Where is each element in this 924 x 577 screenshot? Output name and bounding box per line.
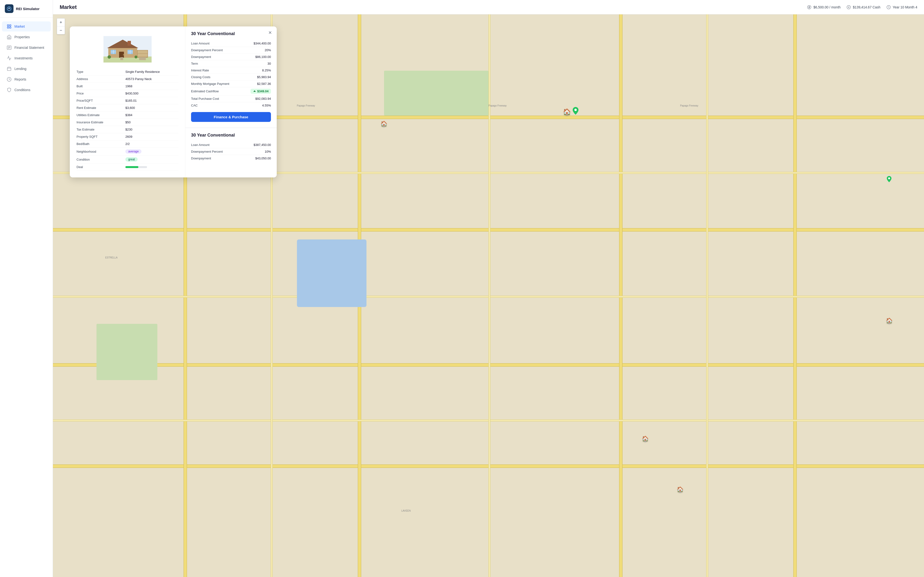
svg-rect-22 [128, 41, 131, 46]
property-sqft-label: Property SQFT [76, 133, 125, 140]
house-marker-4[interactable]: 🏠 [886, 318, 892, 324]
cashflow-up-icon [253, 90, 256, 93]
zoom-in-button[interactable]: + [57, 19, 65, 26]
header: Market $6,500.00 / month $139,414.67 Cas… [53, 0, 924, 15]
house-image-area [76, 32, 178, 68]
neighborhood-label: Neighborhood [76, 148, 125, 156]
loan-amount-label: Loan Amount [191, 42, 210, 45]
sidebar-item-conditions-label: Conditions [15, 88, 30, 92]
address-value: 40573 Pansy Neck [125, 76, 178, 83]
address-label: Address [76, 76, 125, 83]
map-label: Papago Freeway [297, 104, 315, 107]
svg-point-17 [888, 177, 890, 179]
finance-row: Interest Rate 8.25% [191, 67, 271, 74]
finance-row: Total Purchase Cost $92,083.94 [191, 95, 271, 102]
map-controls: + − [57, 18, 65, 34]
close-panel-button[interactable]: ✕ [267, 29, 273, 36]
page-title: Market [60, 4, 802, 10]
finance-row: Term 30 [191, 60, 271, 67]
sidebar-item-financial-statement-label: Financial Statement [15, 46, 44, 50]
table-row: Type Single Family Residence [76, 68, 178, 76]
map-park [384, 71, 488, 116]
finance-purchase-button[interactable]: Finance & Purchase [191, 112, 271, 122]
tax-value: $230 [125, 126, 178, 133]
table-row: Property SQFT 2609 [76, 133, 178, 140]
finance-row-cashflow: Estimated Cashflow $349.04 [191, 87, 271, 95]
map-container[interactable]: Papago Freeway Papago Freeway Papago Fre… [53, 15, 924, 577]
type-label: Type [76, 68, 125, 76]
income-stat: $6,500.00 / month [807, 5, 840, 10]
bed-bath-value: 2/2 [125, 140, 178, 148]
sidebar: REI Simulator Market Properties [0, 0, 53, 577]
map-label: LAVEEN [401, 509, 411, 512]
dp-percent-value: 20% [265, 48, 271, 52]
deal-bar-track [125, 166, 147, 168]
table-row: Deal [76, 163, 178, 171]
sidebar-item-properties-label: Properties [15, 35, 30, 39]
sidebar-item-market[interactable]: Market [2, 21, 51, 32]
table-row: Neighborhood average [76, 148, 178, 156]
term-label: Term [191, 62, 198, 65]
house-marker-1[interactable]: 🏠 [381, 121, 387, 127]
finance-title-2: 30 Year Conventional [191, 133, 271, 138]
utilities-value: $384 [125, 111, 178, 119]
deal-bar-fill [125, 166, 138, 168]
interest-rate-label: Interest Rate [191, 69, 209, 72]
closing-costs-label: Closing Costs [191, 75, 210, 79]
finance-section-1: 30 Year Conventional Loan Amount $344,40… [185, 26, 277, 128]
total-purchase-cost-value: $92,083.94 [255, 97, 271, 100]
tax-label: Tax Estimate [76, 126, 125, 133]
map-road [488, 15, 490, 577]
deal-bar-cell [125, 163, 178, 171]
table-row: Tax Estimate $230 [76, 126, 178, 133]
built-value: 1968 [125, 83, 178, 90]
house-marker-2[interactable]: 🏠 [642, 436, 648, 442]
finance-row: Downpayment $86,100.00 [191, 53, 271, 60]
monthly-mortgage-value: $2,587.36 [257, 82, 271, 85]
table-row: Bed/Bath 2/2 [76, 140, 178, 148]
svg-rect-35 [120, 57, 123, 60]
svg-rect-1 [8, 25, 9, 26]
dp-percent-2-value: 10% [265, 150, 271, 153]
neighborhood-badge: average [125, 149, 142, 154]
house-marker-selected[interactable]: 🏠 [563, 108, 571, 116]
built-label: Built [76, 83, 125, 90]
map-label: ESTRELLA [105, 256, 118, 259]
downpayment-2-label: Downpayment [191, 156, 211, 160]
deal-label: Deal [76, 163, 125, 171]
cash-value: $139,414.67 Cash [853, 5, 880, 9]
dp-percent-2-label: Downpayment Percent [191, 150, 223, 153]
term-value: 30 [268, 62, 271, 65]
sidebar-item-lending[interactable]: Lending [2, 64, 51, 74]
income-value: $6,500.00 / month [813, 5, 840, 9]
house-marker-3[interactable]: 🏠 [677, 486, 683, 493]
zoom-out-button[interactable]: − [57, 26, 65, 34]
header-stats: $6,500.00 / month $139,414.67 Cash Year … [807, 5, 917, 10]
loan-amount-2-label: Loan Amount [191, 143, 210, 147]
price-label: Price [76, 90, 125, 97]
svg-rect-3 [8, 27, 9, 28]
finance-row: CAC 4.55% [191, 102, 271, 109]
sidebar-item-reports[interactable]: Reports [2, 74, 51, 84]
total-purchase-cost-label: Total Purchase Cost [191, 97, 219, 100]
property-sqft-value: 2609 [125, 133, 178, 140]
finance-panels: 30 Year Conventional Loan Amount $344,40… [185, 26, 277, 177]
house-image [103, 36, 152, 63]
loan-amount-2-value: $387,450.00 [254, 143, 271, 147]
cashflow-badge: $349.04 [250, 89, 271, 94]
finance-row: Closing Costs $5,983.94 [191, 74, 271, 81]
sidebar-item-financial-statement[interactable]: Financial Statement [2, 43, 51, 53]
property-details: Type Single Family Residence Address 405… [70, 26, 185, 177]
utilities-label: Utilities Estimate [76, 111, 125, 119]
location-pin-1[interactable] [573, 107, 578, 116]
table-row: Built 1968 [76, 83, 178, 90]
table-row: Utilities Estimate $384 [76, 111, 178, 119]
price-value: $430,500 [125, 90, 178, 97]
sidebar-item-conditions[interactable]: Conditions [2, 85, 51, 95]
cac-label: CAC [191, 104, 197, 107]
sidebar-item-properties[interactable]: Properties [2, 32, 51, 42]
sidebar-item-investments[interactable]: Investments [2, 53, 51, 63]
location-pin-2[interactable] [887, 176, 892, 183]
downpayment-label: Downpayment [191, 55, 211, 59]
finance-row: Loan Amount $387,450.00 [191, 142, 271, 148]
